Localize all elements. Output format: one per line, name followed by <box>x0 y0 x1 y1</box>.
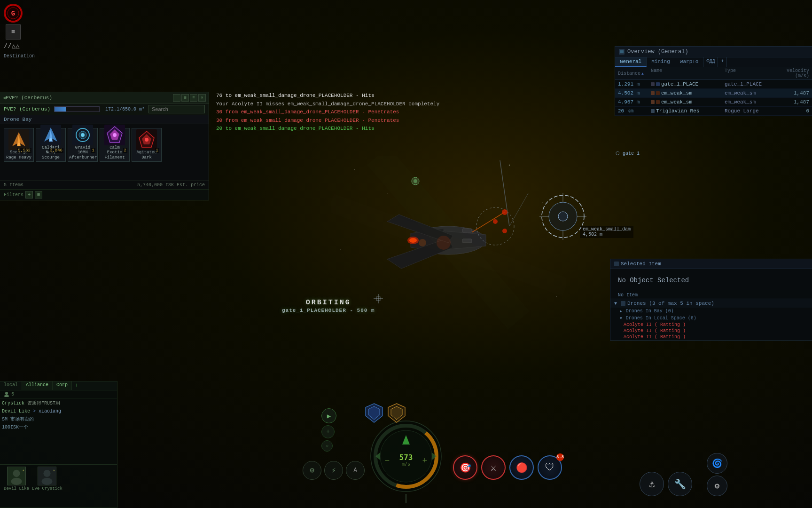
add-chat-tab[interactable]: + <box>72 381 81 390</box>
module-button[interactable]: 🌀 <box>707 453 727 474</box>
ship-destination-label: Destination <box>4 54 35 59</box>
tab-local[interactable]: local <box>0 381 22 390</box>
close-button[interactable]: ✕ <box>198 94 206 102</box>
armor-icon <box>386 403 407 423</box>
list-item[interactable]: 3,846 Caldari Navy Scourge <box>36 128 66 162</box>
tab-add[interactable]: + <box>718 57 727 67</box>
crosshair <box>374 294 383 303</box>
list-item[interactable]: Acolyte II ( Ratting ) <box>610 322 812 328</box>
table-row[interactable]: 1.291 m gate_1_PLACE gate_1_PLACE <box>615 80 812 89</box>
tab-mining[interactable]: Mining <box>647 57 675 67</box>
tab-general[interactable]: General <box>615 57 647 67</box>
list-view-button[interactable]: ≡ <box>190 94 197 102</box>
weapon-button-active[interactable]: 🎯 <box>453 455 477 480</box>
filters-label: Filters <box>4 192 23 198</box>
item-icon <box>136 129 157 150</box>
search-input[interactable] <box>148 105 205 113</box>
local-collapse-icon: ▼ <box>620 316 622 320</box>
svg-line-7 <box>509 193 528 226</box>
row-velocity: 0 <box>772 108 809 114</box>
gate-overlay: ⬡ gate_1 <box>616 151 640 156</box>
collapse-icon: ▼ <box>614 301 617 306</box>
targeting-reticle <box>539 193 586 242</box>
table-row[interactable]: 4.967 m em_weak_sm em_weak_sm 1,487 <box>615 98 812 107</box>
row-name: em_weak_sm <box>651 99 725 105</box>
filter-options-button[interactable]: ≡ <box>35 191 42 198</box>
row-type: em_weak_sm <box>725 90 772 96</box>
svg-point-40 <box>81 133 85 137</box>
tab-corp[interactable]: Corp <box>53 381 72 390</box>
selected-item-icon <box>614 262 619 266</box>
drones-panel: ▼ Drones (3 of max 5 in space) ▶ Drones … <box>610 299 812 340</box>
nav-button[interactable]: ▶ <box>321 408 336 423</box>
list-item[interactable]: 1 Gravid 10MN Afterburner <box>68 128 98 162</box>
item-count: 2 <box>123 148 127 153</box>
table-row[interactable]: 20 km Triglavian Res Rogue Large 0 <box>615 107 812 116</box>
module-button[interactable]: A <box>346 461 365 480</box>
drone-bay-label: Drone Bay <box>0 115 209 124</box>
drone-distance: 4,502 m <box>583 232 631 237</box>
tab-alliance[interactable]: Alliance <box>22 381 53 390</box>
svg-point-23 <box>502 209 508 215</box>
minimize-button[interactable]: _ <box>173 94 180 102</box>
avatar-name: Devil Like <box>4 486 29 491</box>
list-item[interactable]: 5,562 Scourge Rage Heavy <box>4 128 34 162</box>
svg-point-20 <box>502 229 507 233</box>
svg-point-85 <box>414 179 417 183</box>
chat-message: SM 市场有卖的 <box>2 416 115 423</box>
add-filter-button[interactable]: + <box>25 191 33 198</box>
combat-entry: Your Acolyte II misses em_weak_small_dam… <box>216 100 439 109</box>
chat-message: 100ISK一个 <box>2 424 115 431</box>
drones-header[interactable]: ▼ Drones (3 of max 5 in space) <box>610 299 812 308</box>
svg-rect-54 <box>621 301 625 306</box>
item-count: 1 <box>155 148 159 153</box>
item-count: 1 <box>91 148 95 153</box>
drone-button[interactable]: 🔴 <box>509 455 534 480</box>
svg-point-4 <box>340 249 341 250</box>
module-button[interactable]: ⚡ <box>324 461 343 480</box>
overview-tabs: General Mining WarpTo ФДД + <box>615 57 812 67</box>
module-button[interactable]: ⚓ <box>640 472 664 496</box>
right-module-buttons: ⚓ 🔧 <box>640 472 692 496</box>
tab-warpto[interactable]: WarpTo <box>675 57 704 67</box>
selected-item-header: Selected Item <box>610 259 812 269</box>
list-item[interactable]: Acolyte II ( Ratting ) <box>610 328 812 334</box>
module-button[interactable]: 🔧 <box>668 472 692 496</box>
capacity-text: 172.1/650.0 m³ <box>105 107 145 112</box>
no-item-label: No Item <box>610 292 812 299</box>
avatar[interactable]: ★ <box>38 467 56 485</box>
module-button[interactable]: ⚙ <box>707 476 727 496</box>
nav-button[interactable]: ○ <box>321 440 333 452</box>
row-distance: 4.502 m <box>618 90 651 96</box>
drones-icon <box>621 301 625 306</box>
nav-button[interactable]: + <box>321 425 335 438</box>
grid-view-button[interactable]: ⊞ <box>181 94 189 102</box>
svg-point-5 <box>556 296 557 297</box>
weapon-button[interactable]: ⚔ <box>481 455 506 480</box>
combat-entry: 20 to em_weak_small_damage_drone_PLACEHO… <box>216 125 439 133</box>
list-item[interactable]: Acolyte II ( Ratting ) <box>610 334 812 340</box>
eve-logo[interactable]: G <box>4 4 23 23</box>
module-button[interactable]: ⚙ <box>303 461 321 480</box>
table-row[interactable]: 4.502 m em_weak_sm em_weak_sm 1,487 <box>615 89 812 98</box>
overview-panel: Overview (General) General Mining WarpTo… <box>615 46 812 116</box>
svg-point-83 <box>42 478 53 485</box>
row-distance: 20 km <box>618 108 651 114</box>
list-item[interactable]: 2 Calm Exotic Filament <box>100 128 130 162</box>
svg-text:+: + <box>422 456 428 466</box>
drones-local-header: ▼ Drones In Local Space (6) <box>610 315 812 322</box>
avatar-name: Eve Crystick <box>32 486 62 491</box>
item-icon <box>40 125 61 145</box>
svg-point-82 <box>44 470 51 477</box>
avatar[interactable]: ★ <box>7 467 26 485</box>
no-object-label: No Object Selected <box>610 269 812 292</box>
neocom-menu-icon[interactable]: ≡ <box>6 24 21 40</box>
svg-point-19 <box>493 219 498 224</box>
tab-fdd[interactable]: ФДД <box>703 57 718 67</box>
selected-item-panel: Selected Item No Object Selected No Item… <box>610 259 812 341</box>
overview-columns: Distance ▲ Name Type Velocity (m/s) <box>615 67 812 80</box>
list-item[interactable]: 1 Agitated Dark <box>132 128 162 162</box>
shield-bars <box>364 403 407 423</box>
row-name: Triglavian Res <box>651 108 725 114</box>
badge-count: 8.8 <box>556 453 564 461</box>
